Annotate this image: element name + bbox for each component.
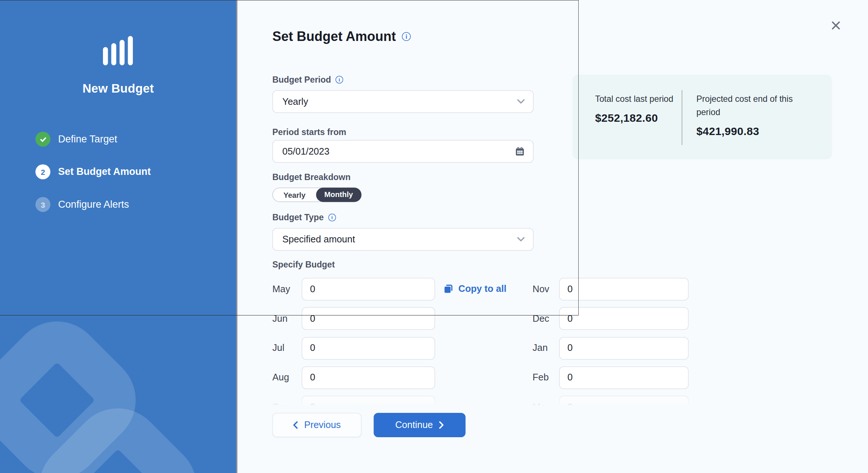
period-start-date-field — [272, 140, 534, 163]
page-title: Set Budget Amount i — [272, 29, 411, 44]
step-number-badge: 2 — [35, 165, 51, 180]
month-budget-input-may[interactable] — [302, 278, 435, 301]
budget-type-label-text: Budget Type — [272, 213, 324, 222]
budget-breakdown-label: Budget Breakdown — [272, 172, 351, 182]
budget-period-label: Budget Period i — [272, 75, 343, 85]
month-label-feb: Feb — [533, 372, 559, 383]
month-label-dec: Dec — [533, 313, 559, 324]
chevron-down-icon — [517, 99, 525, 104]
set-budget-amount-panel: Set Budget Amount i Budget Period i Year… — [238, 0, 868, 473]
copy-to-all-label: Copy to all — [458, 283, 506, 294]
cost-value: $252,182.60 — [595, 112, 679, 125]
step-define-target[interactable]: Define Target — [35, 132, 228, 147]
month-budget-input-jul[interactable] — [302, 337, 435, 360]
period-start-date-input[interactable] — [282, 146, 515, 157]
month-row: Jan — [533, 337, 689, 360]
toggle-option-yearly[interactable]: Yearly — [273, 189, 316, 201]
month-budget-input-mar[interactable] — [559, 396, 689, 410]
month-label-may: May — [272, 284, 302, 295]
month-budget-input-jan[interactable] — [559, 337, 689, 360]
calendar-icon[interactable] — [515, 146, 525, 157]
sidebar-watermark — [0, 0, 237, 473]
month-budget-input-feb[interactable] — [559, 366, 689, 389]
months-column-left: MayJunJulAugSep — [272, 274, 436, 410]
previous-button-label: Previous — [304, 420, 341, 431]
month-label-mar: Mar — [533, 402, 559, 410]
period-starts-label: Period starts from — [272, 127, 346, 137]
step-label: Configure Alerts — [58, 199, 129, 211]
step-set-budget-amount[interactable]: 2 Set Budget Amount — [35, 165, 228, 180]
budget-period-select[interactable]: Yearly — [272, 90, 534, 113]
step-label: Define Target — [58, 134, 117, 145]
wizard-sidebar: New Budget Define Target 2 Set Budget Am… — [0, 0, 237, 473]
budget-period-value: Yearly — [282, 96, 308, 107]
month-label-aug: Aug — [272, 372, 302, 383]
total-cost-last-period: Total cost last period $252,182.60 — [595, 93, 679, 125]
specify-budget-label-text: Specify Budget — [272, 260, 335, 270]
cost-summary-panel: Total cost last period $252,182.60 Proje… — [572, 75, 832, 160]
month-row: Dec — [533, 307, 689, 330]
copy-icon — [443, 283, 454, 294]
cost-label: Total cost last period — [595, 93, 679, 106]
month-row: Aug — [272, 366, 436, 389]
previous-button[interactable]: Previous — [272, 413, 362, 437]
month-row: Jun — [272, 307, 436, 330]
month-row: Jul — [272, 337, 436, 360]
month-row: Nov — [533, 278, 689, 301]
breakdown-toggle: Yearly Monthly — [272, 188, 361, 202]
budget-wizard-modal: New Budget Define Target 2 Set Budget Am… — [0, 0, 868, 473]
month-row: Feb — [533, 366, 689, 389]
chevron-down-icon — [517, 237, 525, 242]
wizard-steps: Define Target 2 Set Budget Amount 3 Conf… — [35, 132, 228, 230]
month-row: Sep — [272, 396, 436, 410]
month-label-sep: Sep — [272, 402, 302, 410]
wizard-title: New Budget — [0, 82, 237, 96]
month-budget-input-aug[interactable] — [302, 366, 435, 389]
close-icon[interactable] — [829, 19, 843, 32]
chevron-left-icon — [293, 421, 298, 429]
step-complete-check-icon — [35, 132, 51, 147]
month-row: Mar — [533, 396, 689, 410]
month-label-jul: Jul — [272, 343, 302, 354]
cost-label: Projected cost end of this period — [696, 93, 814, 119]
budget-type-value: Specified amount — [282, 234, 355, 245]
budget-breakdown-label-text: Budget Breakdown — [272, 172, 351, 182]
projected-cost-end-period: Projected cost end of this period $421,9… — [696, 93, 814, 138]
step-label: Set Budget Amount — [58, 166, 151, 178]
specify-budget-label: Specify Budget — [272, 260, 335, 270]
cost-value: $421,990.83 — [696, 125, 814, 138]
info-icon[interactable]: i — [328, 214, 336, 221]
continue-button-label: Continue — [395, 420, 433, 431]
step-number-badge: 3 — [35, 197, 51, 212]
month-label-jan: Jan — [533, 343, 559, 354]
month-budget-input-sep[interactable] — [302, 396, 435, 410]
copy-to-all-button[interactable]: Copy to all — [443, 283, 506, 294]
budget-period-label-text: Budget Period — [272, 75, 331, 85]
app-logo-bar-chart-icon — [103, 36, 133, 66]
info-icon[interactable]: i — [335, 76, 343, 84]
budget-type-select[interactable]: Specified amount — [272, 228, 534, 251]
month-row: May — [272, 278, 436, 301]
budget-type-label: Budget Type i — [272, 213, 336, 222]
toggle-option-monthly[interactable]: Monthly — [316, 188, 361, 202]
step-configure-alerts[interactable]: 3 Configure Alerts — [35, 197, 228, 212]
month-label-nov: Nov — [533, 284, 559, 295]
month-label-jun: Jun — [272, 313, 302, 324]
period-starts-label-text: Period starts from — [272, 127, 346, 137]
continue-button[interactable]: Continue — [374, 413, 466, 437]
cost-divider — [682, 90, 682, 145]
info-icon[interactable]: i — [402, 32, 411, 41]
month-budget-input-jun[interactable] — [302, 307, 435, 330]
monthly-budget-grid: MayJunJulAugSep NovDecJanFebMar Copy to … — [272, 274, 726, 410]
months-column-right: NovDecJanFebMar — [533, 274, 689, 410]
page-title-text: Set Budget Amount — [272, 29, 396, 44]
month-budget-input-nov[interactable] — [559, 278, 689, 301]
month-budget-input-dec[interactable] — [559, 307, 689, 330]
chevron-right-icon — [439, 421, 444, 429]
